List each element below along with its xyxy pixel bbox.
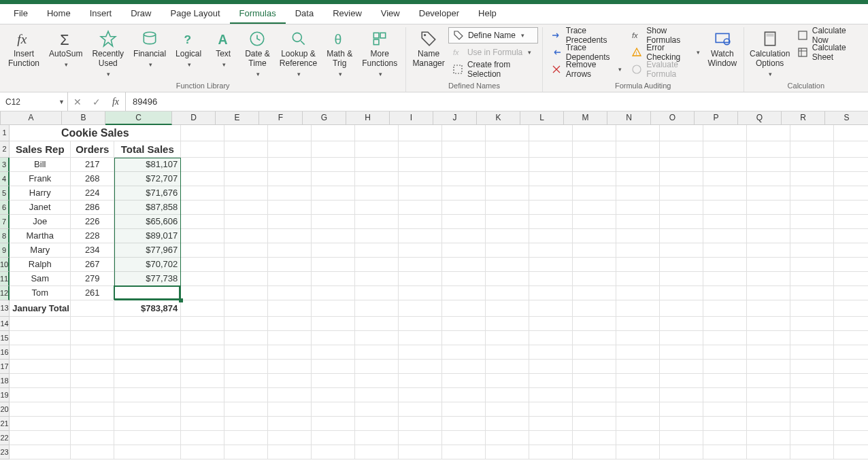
cell[interactable] <box>10 317 71 331</box>
cell[interactable] <box>486 286 529 300</box>
cell[interactable] <box>834 258 868 272</box>
cell[interactable] <box>660 141 703 158</box>
cell[interactable] <box>529 172 573 186</box>
column-header-C[interactable]: C <box>105 111 172 125</box>
lookup-button[interactable]: Lookup & Reference ▾ <box>276 27 321 79</box>
cell[interactable] <box>399 215 442 229</box>
cell[interactable] <box>312 331 355 345</box>
cell[interactable]: Tom <box>10 286 71 300</box>
cell[interactable] <box>573 345 616 360</box>
cell[interactable] <box>355 172 399 186</box>
cell[interactable] <box>442 186 486 201</box>
cell[interactable] <box>486 445 529 459</box>
cell[interactable] <box>224 374 268 388</box>
cell[interactable] <box>529 402 573 417</box>
cell[interactable] <box>573 300 616 317</box>
cell[interactable] <box>224 243 268 258</box>
cell[interactable] <box>616 141 660 158</box>
cell[interactable]: $89,017 <box>114 229 181 243</box>
cell[interactable]: $70,702 <box>114 258 181 272</box>
cell[interactable] <box>573 215 616 229</box>
tab-view[interactable]: View <box>371 4 410 24</box>
cell[interactable] <box>660 229 703 243</box>
row-header-16[interactable]: 16 <box>0 345 10 360</box>
cell[interactable] <box>616 431 660 445</box>
cell[interactable] <box>224 300 268 317</box>
cell[interactable] <box>399 388 442 402</box>
cell[interactable] <box>703 317 747 331</box>
cell[interactable] <box>703 243 747 258</box>
cell[interactable] <box>399 243 442 258</box>
cell[interactable]: 217 <box>71 158 114 172</box>
row-header-12[interactable]: 12 <box>0 286 10 300</box>
cell[interactable] <box>312 229 355 243</box>
cell[interactable] <box>660 272 703 286</box>
cell[interactable] <box>312 258 355 272</box>
cell[interactable] <box>703 300 747 317</box>
cell[interactable] <box>660 388 703 402</box>
name-box[interactable]: C12 ▼ <box>0 92 68 111</box>
cell[interactable] <box>114 445 181 459</box>
column-header-Q[interactable]: Q <box>738 111 782 125</box>
column-header-A[interactable]: A <box>1 111 62 125</box>
cell[interactable] <box>834 141 868 158</box>
cell[interactable] <box>790 402 834 417</box>
cell[interactable] <box>355 125 399 141</box>
column-header-H[interactable]: H <box>346 111 390 125</box>
cell[interactable] <box>399 431 442 445</box>
cell[interactable] <box>660 331 703 345</box>
cell[interactable] <box>312 243 355 258</box>
recently-used-button[interactable]: Recently Used ▾ <box>88 27 128 79</box>
cell[interactable] <box>224 215 268 229</box>
cell[interactable] <box>442 201 486 215</box>
cell[interactable] <box>268 317 312 331</box>
cell[interactable]: Sales Rep <box>10 141 71 158</box>
autosum-button[interactable]: Σ AutoSum ▾ <box>45 27 86 79</box>
cell[interactable] <box>616 201 660 215</box>
tab-file[interactable]: File <box>4 4 37 24</box>
cell[interactable] <box>616 402 660 417</box>
cell[interactable] <box>312 431 355 445</box>
show-formulas-button[interactable]: fx Show Formulas <box>627 27 704 44</box>
cell[interactable] <box>573 229 616 243</box>
cell[interactable] <box>616 374 660 388</box>
cell[interactable] <box>399 158 442 172</box>
cell[interactable] <box>442 374 486 388</box>
cell[interactable] <box>529 374 573 388</box>
cell[interactable]: Sam <box>10 272 71 286</box>
column-header-R[interactable]: R <box>782 111 825 125</box>
cell[interactable] <box>399 317 442 331</box>
cell[interactable] <box>660 125 703 141</box>
cell[interactable] <box>181 374 224 388</box>
cell[interactable] <box>573 125 616 141</box>
cell[interactable] <box>268 172 312 186</box>
cell[interactable] <box>573 243 616 258</box>
cell[interactable] <box>529 272 573 286</box>
cell[interactable] <box>312 417 355 431</box>
cell[interactable] <box>181 258 224 272</box>
cell[interactable] <box>486 272 529 286</box>
cell[interactable] <box>747 243 790 258</box>
cell[interactable] <box>181 272 224 286</box>
cell[interactable] <box>268 300 312 317</box>
cell[interactable] <box>573 286 616 300</box>
cell[interactable] <box>529 158 573 172</box>
cell[interactable] <box>224 331 268 345</box>
cell[interactable] <box>71 360 114 374</box>
cell[interactable] <box>747 125 790 141</box>
evaluate-formula-button[interactable]: Evaluate Formula <box>627 61 704 77</box>
cell[interactable] <box>114 417 181 431</box>
cell[interactable] <box>10 345 71 360</box>
cell[interactable] <box>114 360 181 374</box>
cell[interactable] <box>660 158 703 172</box>
cell[interactable] <box>181 402 224 417</box>
cell[interactable] <box>834 331 868 345</box>
cell[interactable] <box>355 141 399 158</box>
cell[interactable]: 228 <box>71 229 114 243</box>
cell[interactable] <box>442 125 486 141</box>
column-header-E[interactable]: E <box>216 111 259 125</box>
enter-formula-button[interactable]: ✓ <box>87 97 106 107</box>
row-header-22[interactable]: 22 <box>0 431 10 445</box>
watch-window-button[interactable]: Watch Window <box>705 27 739 79</box>
cell[interactable] <box>486 201 529 215</box>
